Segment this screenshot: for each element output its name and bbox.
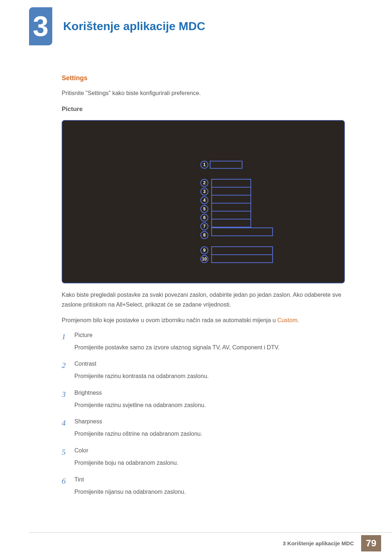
- footer-text: 3 Korištenje aplikacije MDC: [283, 540, 354, 546]
- paragraph-1: Kako biste pregledali postavke za svaki …: [62, 290, 356, 309]
- left-margin: [0, 0, 29, 554]
- item-desc: Promijenite razinu oštrine na odabranom …: [74, 429, 356, 439]
- item-title: Brightness: [74, 390, 356, 396]
- marker-5: 5: [200, 205, 208, 213]
- page-content: 3 Korištenje aplikacije MDC Settings Pri…: [29, 0, 370, 554]
- chapter-header: 3 Korištenje aplikacije MDC: [29, 0, 370, 45]
- settings-diagram: 1 2 3 4 5 6 7 8: [62, 120, 345, 283]
- paragraph-2: Promjenom bilo koje postavke u ovom izbo…: [62, 315, 356, 325]
- list-item: 5 Color Promijenite boju na odabranom za…: [62, 447, 356, 468]
- marker-7: 7: [200, 222, 208, 230]
- marker-8: 8: [200, 231, 208, 239]
- item-desc: Promijenite nijansu na odabranom zaslonu…: [74, 487, 356, 497]
- marker-9: 9: [200, 246, 208, 254]
- list-item: 3 Brightness Promijenite razinu svjetlin…: [62, 390, 356, 410]
- content-area: Settings Pritisnite "Settings" kako bist…: [29, 45, 370, 496]
- item-title: Picture: [74, 332, 356, 338]
- list-item: 6 Tint Promijenite nijansu na odabranom …: [62, 476, 356, 497]
- item-desc: Promijenite razinu svjetline na odabrano…: [74, 401, 356, 410]
- marker-4: 4: [200, 196, 208, 204]
- marker-2: 2: [200, 179, 208, 187]
- marker-box-1: [210, 161, 242, 169]
- marker-6: 6: [200, 214, 208, 222]
- p2-post: .: [297, 317, 299, 323]
- page-number-box: 79: [361, 535, 381, 551]
- item-number: 3: [62, 390, 74, 410]
- chapter-title: Korištenje aplikacije MDC: [63, 20, 205, 33]
- chapter-number: 3: [33, 10, 48, 43]
- marker-1: 1: [200, 161, 208, 169]
- item-number: 1: [62, 332, 74, 352]
- diagram-markers: 1 2 3 4 5 6 7 8: [200, 161, 273, 263]
- item-number: 6: [62, 476, 74, 497]
- item-number: 5: [62, 447, 74, 468]
- page-number: 79: [366, 538, 376, 549]
- item-desc: Promijenite postavke samo za izvore ulaz…: [74, 343, 356, 352]
- settings-intro: Pritisnite "Settings" kako biste konfigu…: [62, 90, 356, 97]
- picture-label: Picture: [62, 106, 356, 113]
- marker-3: 3: [200, 188, 208, 196]
- item-number: 2: [62, 361, 74, 381]
- item-desc: Promijenite razinu kontrasta na odabrano…: [74, 372, 356, 381]
- list-item: 4 Sharpness Promijenite razinu oštrine n…: [62, 418, 356, 439]
- settings-heading: Settings: [62, 74, 356, 82]
- item-title: Sharpness: [74, 418, 356, 425]
- item-title: Tint: [74, 476, 356, 483]
- chapter-badge: 3: [29, 7, 52, 45]
- item-number: 4: [62, 418, 74, 439]
- page-footer: 3 Korištenje aplikacije MDC 79: [29, 532, 392, 554]
- list-item: 2 Contrast Promijenite razinu kontrasta …: [62, 361, 356, 381]
- item-desc: Promijenite boju na odabranom zaslonu.: [74, 458, 356, 468]
- list-item: 1 Picture Promijenite postavke samo za i…: [62, 332, 356, 352]
- item-title: Contrast: [74, 361, 356, 367]
- item-title: Color: [74, 447, 356, 454]
- marker-10: 10: [200, 255, 208, 263]
- p2-pre: Promjenom bilo koje postavke u ovom izbo…: [62, 317, 277, 323]
- numbered-list: 1 Picture Promijenite postavke samo za i…: [62, 332, 356, 497]
- p2-highlight: Custom: [277, 317, 297, 323]
